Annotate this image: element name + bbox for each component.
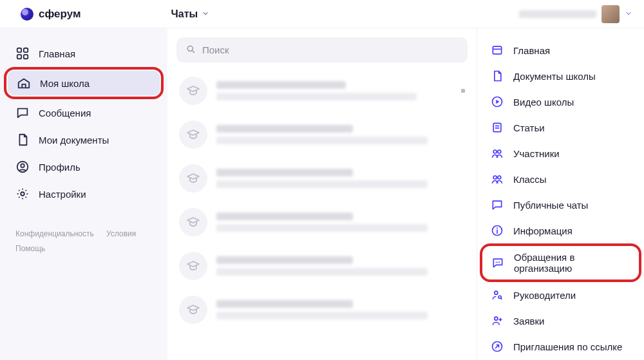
chat-title-placeholder (216, 81, 346, 89)
article-icon (490, 120, 504, 135)
legal-terms[interactable]: Условия (106, 229, 136, 238)
chat-row[interactable] (176, 288, 468, 332)
chat-text (216, 169, 465, 188)
chat-subtitle-placeholder (216, 93, 417, 100)
school-icon (17, 76, 31, 90)
chevron-down-icon (202, 8, 209, 20)
chat-title-placeholder (216, 300, 353, 308)
menu-item-pubchats[interactable]: Публичные чаты (482, 192, 639, 218)
legal-privacy[interactable]: Конфиденциальность (15, 229, 94, 238)
chat-bubble-icon (490, 198, 504, 212)
chat-row[interactable] (176, 113, 468, 156)
menu-item-leaders[interactable]: Руководители (482, 282, 639, 308)
menu-item-info[interactable]: Информация (482, 218, 639, 243)
sidebar-item-docs[interactable]: Мои документы (6, 126, 161, 153)
menu-item-appeals[interactable]: Обращения в организацию (484, 247, 638, 278)
sidebar-item-profile[interactable]: Профиль (6, 153, 161, 180)
sidebar-item-home[interactable]: Главная (6, 40, 161, 67)
chat-subtitle-placeholder (216, 180, 428, 188)
avatar (601, 5, 620, 23)
legal-help[interactable]: Помощь (15, 244, 45, 253)
play-icon (490, 95, 504, 109)
chat-text (216, 125, 465, 144)
chat-text (216, 300, 465, 319)
chat-subtitle-placeholder (216, 312, 428, 319)
sidebar-highlight: Моя школа (4, 67, 164, 99)
sidebar-item-label: Мои документы (39, 135, 109, 146)
chat-column: Поиск (167, 28, 477, 360)
brand-logo-icon (21, 8, 33, 21)
right-panel: Главная Документы школы Видео школы Стат… (477, 28, 644, 360)
menu-item-label: Документы школы (513, 71, 596, 82)
window-icon (490, 43, 504, 57)
search-icon (185, 44, 196, 56)
menu-item-classes[interactable]: Классы (482, 166, 639, 192)
menu-item-label: Информация (513, 225, 573, 236)
menu-item-articles[interactable]: Статьи (482, 115, 639, 140)
link-arrow-icon (490, 339, 504, 354)
menu-item-label: Видео школы (513, 97, 574, 108)
chats-dropdown[interactable]: Чаты (171, 8, 210, 20)
menu-item-requests[interactable]: Заявки (482, 308, 639, 334)
pin-icon (461, 89, 465, 93)
chat-avatar (179, 120, 207, 149)
chat-list (176, 69, 468, 332)
topbar: сферум Чаты (0, 0, 644, 28)
menu-item-sdocs[interactable]: Документы школы (482, 63, 639, 89)
menu-item-invites[interactable]: Приглашения по ссылке (482, 334, 639, 359)
brand-name: сферум (39, 8, 81, 21)
menu-item-video[interactable]: Видео школы (482, 89, 639, 115)
brand[interactable]: сферум (21, 8, 81, 21)
chat-text (216, 256, 465, 276)
menu-item-label: Статьи (513, 122, 545, 133)
legal-links: Конфиденциальность Условия Помощь (6, 227, 161, 256)
people-icon (490, 146, 504, 160)
chat-subtitle-placeholder (216, 268, 428, 276)
menu-item-label: Участники (513, 148, 560, 159)
user-menu[interactable] (519, 5, 632, 23)
info-icon (490, 223, 504, 238)
chat-subtitle-placeholder (216, 137, 428, 144)
menu-item-label: Публичные чаты (513, 200, 588, 211)
profile-icon (15, 160, 30, 174)
menu-item-label: Классы (513, 174, 547, 185)
gear-icon (15, 187, 30, 201)
sidebar-item-settings[interactable]: Настройки (6, 180, 161, 207)
chat-subtitle-placeholder (216, 224, 428, 232)
menu-group-2: Участники Классы Публичные чаты (482, 140, 639, 218)
chat-avatar (179, 77, 207, 105)
menu-item-members[interactable]: Участники (482, 140, 639, 166)
people-icon (490, 172, 504, 186)
menu-group-1: Главная Документы школы Видео школы Стат… (482, 37, 639, 140)
menu-group-3: Информация Обращения в организацию Руков… (482, 218, 639, 359)
chat-row[interactable] (176, 156, 468, 200)
search-placeholder: Поиск (202, 44, 229, 55)
sidebar-item-label: Моя школа (40, 78, 90, 89)
menu-item-home2[interactable]: Главная (482, 37, 639, 63)
chat-title-placeholder (216, 125, 353, 133)
chat-dots-icon (491, 256, 505, 270)
sidebar-item-messages[interactable]: Сообщения (6, 99, 161, 126)
chat-avatar (179, 252, 207, 280)
chat-title-placeholder (216, 213, 353, 220)
chat-row[interactable] (176, 69, 468, 113)
chat-row[interactable] (176, 200, 468, 244)
chat-icon (15, 106, 30, 120)
chats-label: Чаты (171, 8, 198, 20)
menu-highlight: Обращения в организацию (480, 243, 641, 282)
chat-avatar (179, 296, 207, 324)
menu-item-label: Руководители (513, 290, 576, 301)
search-input[interactable]: Поиск (176, 37, 468, 62)
person-key-icon (490, 288, 504, 302)
chat-text (216, 81, 452, 100)
sidebar-item-school[interactable]: Моя школа (8, 71, 160, 95)
sidebar-item-label: Главная (39, 48, 75, 59)
user-name-placeholder (519, 10, 596, 18)
menu-item-label: Главная (513, 45, 550, 56)
doc-icon (490, 69, 504, 83)
document-icon (15, 133, 30, 147)
menu-item-label: Приглашения по ссылке (513, 341, 622, 352)
sidebar: Главная Моя школа Сообщения Мои документ… (0, 28, 167, 360)
chat-row[interactable] (176, 244, 468, 288)
chat-title-placeholder (216, 169, 353, 176)
